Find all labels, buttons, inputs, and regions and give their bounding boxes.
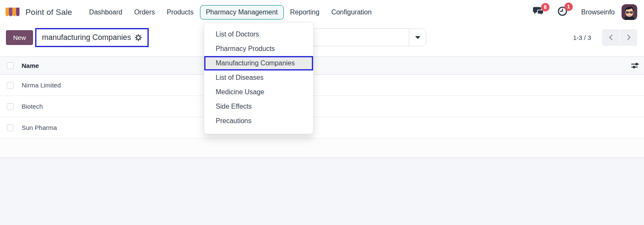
menu-item-medicine-usage[interactable]: Medicine Usage (204, 85, 313, 99)
menu-configuration[interactable]: Configuration (326, 6, 377, 19)
breadcrumb-title: manufacturing Companies (42, 33, 131, 42)
activities-badge: 1 (564, 3, 573, 11)
app-brand: Point of Sale (5, 6, 72, 19)
list-header-row: Name (0, 56, 644, 75)
menu-item-precautions[interactable]: Precautions (204, 114, 313, 128)
search-options-toggle[interactable] (409, 29, 426, 46)
row-checkbox[interactable] (7, 103, 14, 110)
menu-pharmacy-management[interactable]: Pharmacy Management (200, 5, 284, 20)
row-checkbox[interactable] (7, 124, 14, 131)
chevron-left-icon[interactable] (602, 29, 619, 46)
messages-icon[interactable]: 8 (533, 6, 544, 18)
menu-item-pharmacy-products[interactable]: Pharmacy Products (204, 42, 313, 56)
menu-item-side-effects[interactable]: Side Effects (204, 99, 313, 114)
row-checkbox[interactable] (7, 82, 14, 89)
table-row[interactable]: Sun Pharma (0, 117, 644, 138)
app-window: Point of Sale Dashboard Orders Products … (0, 0, 644, 225)
empty-list-area (0, 138, 644, 158)
menu-item-manufacturing-companies[interactable]: Manufacturing Companies (204, 56, 313, 70)
table-row[interactable]: Nirma Limited (0, 75, 644, 96)
optional-columns-sliders-icon[interactable] (631, 57, 639, 74)
company-name[interactable]: Biotech (22, 103, 43, 110)
company-name[interactable]: Sun Pharma (22, 124, 57, 131)
app-title: Point of Sale (25, 8, 72, 17)
menu-item-list-of-doctors[interactable]: List of Doctors (204, 27, 313, 42)
select-all-checkbox[interactable] (7, 62, 14, 69)
activities-clock-icon[interactable]: 1 (557, 6, 568, 18)
top-navbar: Point of Sale Dashboard Orders Products … (0, 0, 644, 24)
pager: 1-3 / 3 (573, 29, 637, 46)
navbar-systray: 8 1 Browseinfo (520, 4, 637, 20)
menu-item-list-of-diseases[interactable]: List of Diseases (204, 70, 313, 85)
user-menu[interactable]: Browseinfo (581, 8, 615, 16)
user-avatar[interactable] (622, 4, 637, 20)
chevron-right-icon[interactable] (620, 29, 637, 46)
new-button[interactable]: New (6, 30, 33, 45)
company-name[interactable]: Nirma Limited (22, 82, 61, 89)
table-row[interactable]: Biotech (0, 96, 644, 117)
gear-icon[interactable] (135, 34, 142, 41)
column-header-name[interactable]: Name (22, 62, 39, 69)
messages-badge: 8 (541, 3, 550, 11)
pharmacy-management-dropdown: List of Doctors Pharmacy Products Manufa… (204, 22, 314, 134)
pos-awning-logo-icon[interactable] (5, 6, 20, 19)
main-menu: Dashboard Orders Products Pharmacy Manag… (83, 5, 378, 20)
content-background (0, 158, 644, 225)
breadcrumb[interactable]: manufacturing Companies (35, 28, 149, 47)
menu-reporting[interactable]: Reporting (285, 6, 325, 19)
menu-products[interactable]: Products (161, 6, 199, 19)
menu-orders[interactable]: Orders (129, 6, 161, 19)
list-view: Name Nirma Limited Biotech Sun Pharma (0, 56, 644, 225)
pager-range: 1-3 / 3 (573, 34, 591, 41)
caret-down-icon (415, 36, 420, 39)
menu-dashboard[interactable]: Dashboard (83, 6, 128, 19)
